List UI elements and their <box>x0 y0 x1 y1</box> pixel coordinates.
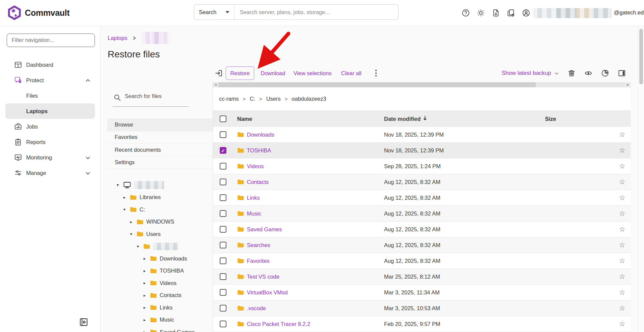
devices-settings-icon[interactable] <box>507 9 515 17</box>
file-name-link[interactable]: Music <box>247 210 261 217</box>
side-panel-icon[interactable] <box>618 69 626 77</box>
favorite-star-icon[interactable] <box>614 273 631 281</box>
chevron-up-icon[interactable] <box>86 78 90 83</box>
file-export-icon[interactable] <box>492 9 500 17</box>
tree-toggle-icon[interactable] <box>144 330 150 332</box>
path-segment[interactable]: cc-rams <box>219 96 239 102</box>
table-row[interactable]: Saved Games Aug 12, 2025, 8:32 AM <box>213 222 631 237</box>
table-row[interactable]: Searches Aug 12, 2025, 8:32 AM <box>213 237 631 253</box>
search-for-files-input[interactable] <box>125 93 189 99</box>
filter-navigation-input[interactable] <box>7 34 95 47</box>
tree-row[interactable]: C: <box>107 203 213 216</box>
row-checkbox[interactable] <box>220 194 226 201</box>
tree-toggle-icon[interactable] <box>144 256 150 261</box>
path-segment[interactable]: oabdulazeez3 <box>281 96 326 102</box>
file-name-link[interactable]: .vscode <box>247 305 266 312</box>
tree-row[interactable]: Links <box>107 301 213 314</box>
tree-item-label[interactable]: Music <box>160 317 174 323</box>
file-name-link[interactable]: Searches <box>247 242 270 248</box>
download-button[interactable]: Download <box>261 66 285 80</box>
column-size[interactable]: Size <box>545 116 614 122</box>
sidebar-item-jobs[interactable]: Jobs <box>0 119 100 134</box>
sidebar-item-dashboard[interactable]: Dashboard <box>0 57 100 73</box>
row-checkbox[interactable] <box>220 257 226 264</box>
row-checkbox[interactable] <box>220 131 226 138</box>
column-name[interactable]: Name <box>237 116 384 122</box>
row-checkbox[interactable] <box>220 226 226 233</box>
tree-item-label[interactable]: Users <box>146 231 161 237</box>
file-name-link[interactable]: Downloads <box>247 132 274 138</box>
tree-toggle-icon[interactable] <box>130 232 137 236</box>
show-deleted-items-icon[interactable] <box>568 69 576 77</box>
tree-toggle-icon[interactable] <box>117 183 123 187</box>
file-name-link[interactable]: Contacts <box>247 179 269 185</box>
favorite-star-icon[interactable] <box>614 288 631 296</box>
chevron-down-icon[interactable] <box>86 171 90 176</box>
file-name-link[interactable]: Test VS code <box>247 274 279 280</box>
redacted-breadcrumb-item[interactable] <box>141 32 171 44</box>
scrollbar-thumb[interactable] <box>639 29 643 84</box>
tree-row[interactable]: Libraries <box>107 191 213 204</box>
clear-all-button[interactable]: Clear all <box>341 66 362 80</box>
tree-row[interactable]: Downloads <box>107 252 213 265</box>
file-name-link[interactable]: TOSHIBA <box>247 147 271 154</box>
help-icon[interactable] <box>462 9 470 17</box>
sidebar-item-files[interactable]: Files <box>0 88 100 103</box>
tree-row[interactable]: TOSHIBA <box>107 265 213 277</box>
table-row[interactable]: Cisco Packet Tracer 8.2.2 Feb 20, 2025, … <box>213 316 631 332</box>
table-row[interactable]: Downloads Nov 18, 2025, 12:39 PM <box>213 127 631 143</box>
row-checkbox[interactable] <box>220 289 226 296</box>
browser-nav-item[interactable]: Recent documents <box>107 144 213 156</box>
file-name-link[interactable]: Favorites <box>247 258 270 264</box>
table-row[interactable]: TOSHIBA Nov 18, 2025, 12:39 PM <box>213 143 631 158</box>
breadcrumb-laptops-link[interactable]: Laptops <box>108 35 127 41</box>
table-row[interactable]: Favorites Aug 12, 2025, 8:32 AM <box>213 253 631 269</box>
tree-row[interactable]: Users <box>107 228 213 240</box>
scroll-right-icon[interactable] <box>625 82 631 87</box>
tree-item-label[interactable]: Contacts <box>160 292 181 298</box>
row-checkbox[interactable] <box>220 273 226 280</box>
view-selections-button[interactable]: View selections <box>293 66 331 80</box>
table-row[interactable]: Videos Sep 28, 2025, 1:24 PM <box>213 158 631 174</box>
more-actions-icon[interactable] <box>373 69 379 78</box>
restore-button[interactable]: Restore <box>226 66 254 80</box>
tree-item-label[interactable]: WINDOWS <box>146 219 174 225</box>
favorite-star-icon[interactable] <box>614 131 631 139</box>
tree-row[interactable]: WINDOWS <box>107 216 213 228</box>
favorite-star-icon[interactable] <box>614 304 631 312</box>
browser-nav-item[interactable]: Browse <box>107 118 213 131</box>
tree-row[interactable] <box>107 179 213 191</box>
theme-icon[interactable] <box>477 9 485 17</box>
backup-time-selector[interactable]: Show latest backup <box>502 70 559 77</box>
row-checkbox[interactable] <box>220 242 226 248</box>
table-row[interactable]: VirtualBox VMsd Mar 3, 2025, 11:34 AM <box>213 285 631 300</box>
tree-item-label[interactable]: Links <box>160 304 173 311</box>
row-checkbox[interactable] <box>220 147 226 154</box>
favorite-star-icon[interactable] <box>614 178 631 186</box>
row-checkbox[interactable] <box>220 321 226 327</box>
favorite-star-icon[interactable] <box>614 162 631 170</box>
tree-toggle-icon[interactable] <box>137 244 143 249</box>
sidebar-item-protect[interactable]: Protect <box>0 73 100 88</box>
favorite-star-icon[interactable] <box>614 225 631 233</box>
tree-row[interactable]: Contacts <box>107 289 213 302</box>
select-all-checkbox[interactable] <box>220 115 226 122</box>
favorite-star-icon[interactable] <box>614 209 631 218</box>
scrollbar-thumb[interactable] <box>218 82 536 87</box>
favorite-star-icon[interactable] <box>614 320 631 328</box>
tree-row[interactable]: Videos <box>107 277 213 289</box>
tree-toggle-icon[interactable] <box>144 281 150 285</box>
favorite-star-icon[interactable] <box>614 257 631 265</box>
account-icon[interactable] <box>522 9 530 17</box>
commvault-logo[interactable]: Commvault <box>7 5 69 20</box>
table-row[interactable]: Contacts Aug 12, 2025, 8:32 AM <box>213 174 631 190</box>
chevron-down-icon[interactable] <box>86 155 90 160</box>
tree-row[interactable] <box>107 240 213 253</box>
sidebar-item-reports[interactable]: Reports <box>0 134 100 150</box>
tree-item-label[interactable]: Libraries <box>140 194 161 200</box>
tree-item-label[interactable]: Downloads <box>160 255 187 262</box>
tree-toggle-icon[interactable] <box>144 269 150 273</box>
file-name-link[interactable]: Cisco Packet Tracer 8.2.2 <box>247 321 310 327</box>
file-name-link[interactable]: VirtualBox VMsd <box>247 289 288 296</box>
file-name-link[interactable]: Links <box>247 195 260 201</box>
